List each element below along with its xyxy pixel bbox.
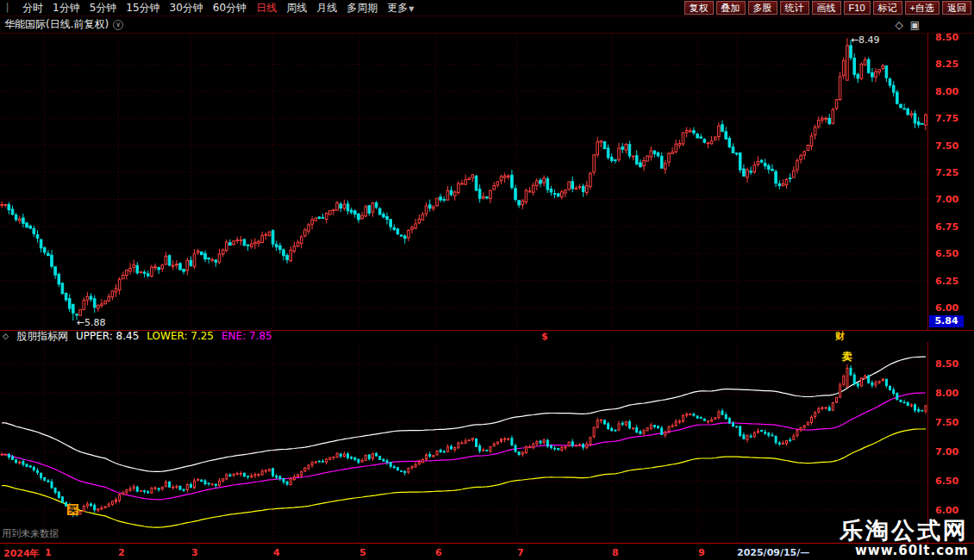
- main-axis-label: 6.00: [935, 302, 958, 314]
- low-annotation: ←5.88: [77, 317, 106, 328]
- menu-divider: 丨: [3, 1, 13, 16]
- main-axis-label: 8.00: [935, 86, 958, 97]
- indicator-header: ◇ 股朋指标网 UPPER: 8.45 LOWER: 7.25 ENE: 7.8…: [0, 330, 974, 342]
- buy-marker: 买: [67, 504, 78, 515]
- period-menu: 丨分时1分钟5分钟15分钟30分钟60分钟日线周线月线多周期更多▼: [3, 1, 414, 16]
- watermark-url: www.60lt.com: [840, 543, 969, 558]
- main-price-axis: 5.84 8.508.258.007.757.507.257.006.756.5…: [927, 34, 974, 330]
- title-dropdown-icon[interactable]: ∨: [113, 20, 123, 30]
- indicator-axis-label: 6.50: [935, 476, 958, 487]
- watermark: 乐淘公式网 www.60lt.com: [840, 519, 969, 558]
- main-axis-label: 6.50: [935, 248, 958, 259]
- period-item-min-30[interactable]: 30分钟: [170, 1, 203, 16]
- time-axis-label: 1: [45, 547, 52, 558]
- time-axis-label: 7: [517, 547, 524, 558]
- main-chart[interactable]: 5.84 8.508.258.007.757.507.257.006.756.5…: [0, 33, 974, 330]
- main-axis-label: 7.50: [935, 140, 958, 152]
- main-axis-label: 7.00: [935, 194, 958, 205]
- main-axis-label: 7.25: [935, 167, 958, 178]
- high-annotation: ←8.49: [851, 34, 880, 46]
- period-item-more[interactable]: 更多▼: [387, 1, 414, 16]
- indicator-axis-label: 8.50: [935, 358, 958, 370]
- time-axis-label: 6: [435, 547, 442, 558]
- indicator-price-axis: 8.508.007.507.006.506.00: [927, 342, 974, 543]
- panel-icon[interactable]: ▣: [910, 19, 920, 31]
- draw-line-button[interactable]: 画线: [812, 1, 841, 15]
- add-watchlist-button[interactable]: +自选: [905, 1, 940, 15]
- page-title: 华能国际(日线.前复权): [4, 17, 109, 32]
- time-axis: 2024年1234567892025/09/15/—: [0, 543, 974, 560]
- sell-marker: 卖: [842, 350, 852, 364]
- period-item-weekly[interactable]: 周线: [286, 1, 307, 16]
- period-item-daily[interactable]: 日线: [256, 1, 277, 16]
- time-axis-label: 8: [612, 547, 619, 558]
- main-axis-label: 6.25: [935, 276, 958, 287]
- multi-stock-button[interactable]: 多股: [748, 1, 777, 15]
- indicator-axis-label: 7.50: [935, 417, 958, 428]
- indicator-axis-label: 6.00: [935, 505, 958, 516]
- main-axis-label: 7.75: [935, 113, 958, 124]
- indicator-name[interactable]: 股朋指标网: [16, 331, 68, 342]
- time-axis-label: 9: [698, 547, 705, 558]
- main-axis-label: 8.50: [935, 32, 958, 43]
- toolbar-buttons: 复权叠加多股统计画线F10标记+自选返回: [684, 1, 971, 15]
- time-axis-label: 3: [191, 547, 198, 558]
- watermark-title: 乐淘公式网: [840, 519, 969, 543]
- period-item-min-15[interactable]: 15分钟: [126, 1, 159, 16]
- indicator-axis-label: 7.00: [935, 446, 958, 457]
- time-axis-label: 4: [273, 547, 280, 558]
- finance-flag[interactable]: 财: [835, 331, 845, 342]
- mark-button[interactable]: 标记: [873, 1, 902, 15]
- title-bar: 华能国际(日线.前复权) ∨ ◇ ▣: [0, 16, 974, 33]
- indicator-ene-value: ENE: 7.85: [222, 331, 272, 342]
- diamond-icon[interactable]: ◇: [895, 19, 902, 31]
- back-button[interactable]: 返回: [942, 1, 971, 15]
- time-axis-label: 2025/09/15/—: [737, 547, 809, 558]
- main-candlestick-plot[interactable]: [0, 34, 927, 331]
- period-item-min-1[interactable]: 1分钟: [53, 1, 80, 16]
- f10-button[interactable]: F10: [844, 1, 871, 15]
- period-item-intraday[interactable]: 分时: [22, 1, 43, 16]
- period-item-multi-period[interactable]: 多周期: [347, 1, 378, 16]
- axis-price-tag: 5.84: [929, 315, 964, 327]
- indicator-axis-label: 8.00: [935, 388, 958, 399]
- main-axis-label: 8.25: [935, 59, 958, 70]
- dividend-flag[interactable]: $: [541, 331, 548, 342]
- period-item-min-5[interactable]: 5分钟: [90, 1, 117, 16]
- indicator-upper-value: UPPER: 8.45: [76, 331, 139, 342]
- time-axis-label: 2024年: [3, 547, 40, 560]
- main-axis-label: 6.75: [935, 221, 958, 233]
- top-toolbar: 丨分时1分钟5分钟15分钟30分钟60分钟日线周线月线多周期更多▼ 复权叠加多股…: [0, 0, 974, 16]
- stats-button[interactable]: 统计: [780, 1, 809, 15]
- indicator-plot[interactable]: [0, 342, 927, 543]
- future-data-note: 用到未来数据: [2, 527, 59, 540]
- indicator-pane[interactable]: 8.508.007.507.006.506.00 买 卖 用到未来数据: [0, 342, 974, 543]
- period-item-min-60[interactable]: 60分钟: [213, 1, 247, 16]
- time-axis-label: 5: [359, 547, 366, 558]
- indicator-collapse-icon[interactable]: ◇: [3, 331, 9, 342]
- time-axis-label: 2: [118, 547, 125, 558]
- period-item-monthly[interactable]: 月线: [316, 1, 337, 16]
- title-bar-icons: ◇ ▣: [895, 19, 920, 31]
- more-dropdown-arrow: ▼: [409, 5, 414, 13]
- overlay-button[interactable]: 叠加: [716, 1, 746, 15]
- adjust-button[interactable]: 复权: [684, 1, 714, 15]
- indicator-lower-value: LOWER: 7.25: [147, 331, 214, 342]
